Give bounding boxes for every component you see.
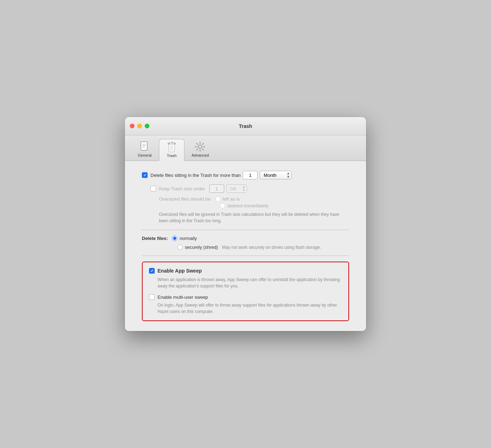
deleted-immediately-label: deleted immediately: [227, 203, 269, 208]
svg-line-9: [173, 146, 173, 151]
securely-label: securely (shred): [185, 245, 218, 250]
title-bar: Trash: [125, 117, 366, 135]
oversized-label: Oversized files should be:: [159, 196, 212, 202]
svg-line-18: [203, 149, 204, 150]
multi-user-row: Enable multi-user sweep: [149, 294, 342, 300]
multi-user-checkbox[interactable]: [149, 294, 155, 300]
svg-line-20: [197, 149, 198, 150]
delete-files-label: Delete files:: [142, 236, 168, 241]
svg-line-19: [203, 144, 204, 145]
divider-1: [142, 230, 349, 230]
main-window: Trash General: [125, 117, 366, 331]
tab-general[interactable]: General: [132, 139, 158, 161]
keep-trash-unit-select[interactable]: MB GB TB: [226, 184, 247, 193]
securely-note: May not work securely on drives using fl…: [222, 245, 321, 250]
window-title: Trash: [239, 123, 252, 129]
app-sweep-title-row: Enable App Sweep: [149, 268, 342, 274]
radio-normally[interactable]: [172, 236, 177, 241]
keep-trash-unit-wrapper: MB GB TB ▲▼: [226, 184, 247, 193]
svg-line-17: [197, 144, 198, 145]
tab-advanced-label: Advanced: [192, 153, 209, 157]
delete-auto-number-input[interactable]: [243, 171, 258, 179]
keep-trash-row: Keep Trash size under MB GB TB ▲▼: [150, 184, 349, 193]
deleted-immediately-row: deleted immediately: [220, 203, 349, 208]
svg-rect-10: [170, 142, 172, 145]
app-sweep-title: Enable App Sweep: [158, 268, 202, 274]
general-icon: [139, 141, 150, 152]
app-sweep-box: Enable App Sweep When an application is …: [142, 262, 349, 321]
maximize-button[interactable]: [145, 124, 149, 128]
svg-point-12: [198, 145, 202, 149]
trash-icon: [166, 141, 177, 153]
svg-rect-11: [172, 142, 174, 145]
advanced-icon: [194, 141, 206, 152]
delete-files-row: Delete files: normally: [142, 236, 349, 241]
close-button[interactable]: [130, 124, 134, 128]
svg-rect-0: [141, 142, 147, 150]
radio-deleted-immediately[interactable]: [220, 203, 225, 208]
app-sweep-description: When an application is thrown away, App …: [158, 276, 342, 289]
content-area: Delete files sitting in the Trash for mo…: [125, 161, 366, 331]
tab-trash[interactable]: Trash: [159, 139, 184, 161]
multi-user-description: On login, App Sweep will offer to throw …: [158, 302, 342, 315]
svg-line-7: [171, 146, 171, 151]
delete-auto-row: Delete files sitting in the Trash for mo…: [142, 171, 349, 179]
delete-auto-unit-select[interactable]: Day Week Month Year: [260, 171, 292, 179]
radio-securely[interactable]: [177, 245, 183, 250]
delete-auto-checkbox[interactable]: [142, 172, 148, 178]
oversized-section: Oversized files should be: left as is de…: [159, 196, 349, 208]
securely-row: securely (shred) May not work securely o…: [177, 245, 349, 250]
oversized-label-row: Oversized files should be: left as is: [159, 196, 349, 202]
delete-auto-label: Delete files sitting in the Trash for mo…: [150, 173, 241, 178]
app-sweep-checkbox[interactable]: [149, 268, 155, 274]
minimize-button[interactable]: [137, 124, 142, 128]
tab-general-label: General: [138, 153, 151, 157]
delete-auto-unit-wrapper: Day Week Month Year ▲▼: [260, 171, 292, 179]
toolbar: General: [125, 135, 366, 161]
tab-trash-label: Trash: [167, 153, 177, 158]
divider-2: [142, 256, 349, 256]
keep-trash-label: Keep Trash size under: [159, 186, 205, 191]
tab-advanced[interactable]: Advanced: [186, 139, 215, 161]
oversized-description: Oversized files will be ignored in Trash…: [159, 211, 349, 224]
left-as-is-label: left as is: [223, 196, 240, 202]
normally-label: normally: [180, 236, 197, 241]
multi-user-label: Enable multi-user sweep: [158, 295, 208, 300]
keep-trash-checkbox[interactable]: [150, 186, 156, 191]
traffic-lights: [130, 124, 149, 128]
keep-trash-number-input[interactable]: [209, 184, 224, 193]
radio-left-as-is[interactable]: [215, 196, 221, 202]
